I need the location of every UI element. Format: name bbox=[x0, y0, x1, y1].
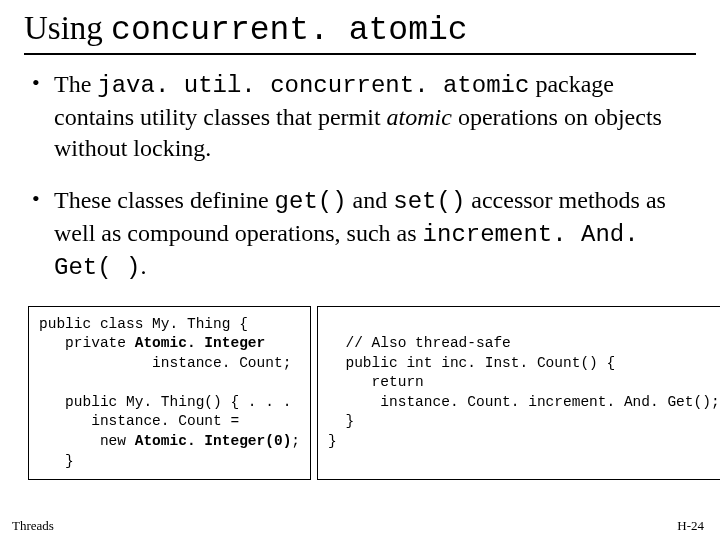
bullet-list: The java. util. concurrent. atomic packa… bbox=[28, 69, 696, 283]
code-box-right: // Also thread-safe public int inc. Inst… bbox=[317, 306, 720, 481]
code-line: return bbox=[328, 374, 424, 390]
code-box-left: public class My. Thing { private Atomic.… bbox=[28, 306, 311, 481]
bullet-item: These classes definine get() and set() a… bbox=[28, 185, 696, 283]
slide-title: Using concurrent. atomic bbox=[24, 10, 696, 49]
code-line: instance. Count. increment. And. Get(); bbox=[328, 394, 720, 410]
code-line: new bbox=[39, 433, 135, 449]
code-line: instance. Count; bbox=[39, 355, 291, 371]
footer-right: H-24 bbox=[677, 518, 704, 534]
run-mono: java. util. concurrent. atomic bbox=[97, 72, 529, 99]
title-underline: Using concurrent. atomic bbox=[24, 10, 696, 55]
code-line: } bbox=[328, 433, 337, 449]
slide: Using concurrent. atomic The java. util.… bbox=[0, 0, 720, 540]
code-line: } bbox=[328, 413, 354, 429]
code-line: public int inc. Inst. Count() { bbox=[328, 355, 615, 371]
code-line: private bbox=[39, 335, 135, 351]
code-bold: Atomic. Integer(0) bbox=[135, 433, 292, 449]
run-mono: set() bbox=[393, 188, 465, 215]
run: The bbox=[54, 71, 97, 97]
run: These classes definine bbox=[54, 187, 275, 213]
footer-left: Threads bbox=[12, 518, 54, 534]
run-mono: get() bbox=[275, 188, 347, 215]
code-line: public My. Thing() { . . . bbox=[39, 394, 291, 410]
bullet-item: The java. util. concurrent. atomic packa… bbox=[28, 69, 696, 163]
code-line: // Also thread-safe bbox=[328, 335, 511, 351]
code-line: public class My. Thing { bbox=[39, 316, 248, 332]
run-italic: atomic bbox=[387, 104, 452, 130]
code-line: ; bbox=[291, 433, 300, 449]
code-line: instance. Count = bbox=[39, 413, 239, 429]
run: and bbox=[347, 187, 394, 213]
title-mono: concurrent. atomic bbox=[111, 12, 467, 49]
code-bold: Atomic. Integer bbox=[135, 335, 266, 351]
run: . bbox=[140, 253, 146, 279]
title-prefix: Using bbox=[24, 10, 111, 46]
code-line: } bbox=[39, 453, 74, 469]
code-row: public class My. Thing { private Atomic.… bbox=[28, 306, 692, 481]
